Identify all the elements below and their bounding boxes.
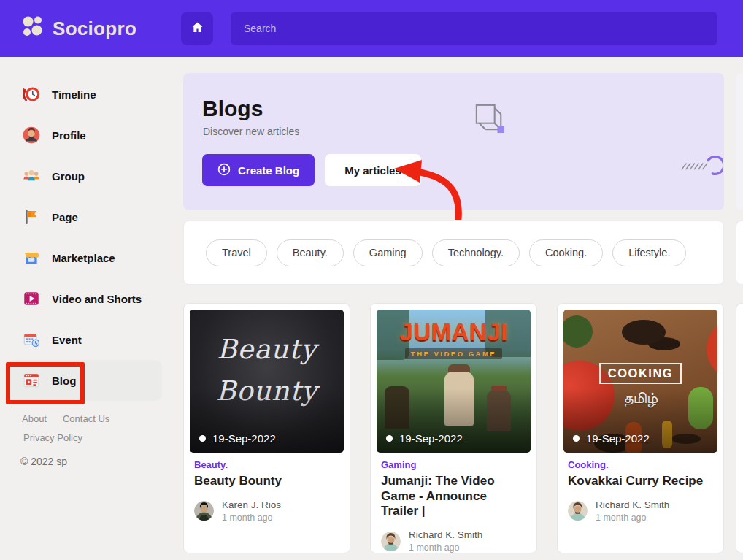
my-articles-button[interactable]: My articles	[325, 154, 421, 186]
home-icon	[190, 20, 204, 37]
cube-decoration-icon	[474, 103, 505, 137]
sidebar-item-blog[interactable]: Blog	[7, 360, 162, 401]
brand-name: Sociopro	[53, 18, 136, 40]
sidebar-item-label: Marketplace	[52, 252, 115, 264]
about-link[interactable]: About	[22, 413, 47, 424]
dot-icon	[386, 435, 393, 442]
blog-card-author-row: Karen J. Rios 1 month ago	[194, 499, 344, 523]
create-blog-label: Create Blog	[238, 164, 299, 177]
search-input[interactable]	[231, 12, 717, 45]
privacy-policy-link[interactable]: Privacy Policy	[23, 432, 82, 443]
blogs-hero-panel: Blogs Discover new articles Create Blog …	[183, 73, 724, 210]
blog-card-title[interactable]: Jumanji: The Video Game - Announce Trail…	[381, 474, 526, 519]
post-time: 1 month ago	[222, 513, 281, 523]
blog-card-jumanji-the-video-game-announce-trailer[interactable]: JUMANJI THE VIDEO GAME 19-Sep-2022 Gamin…	[370, 303, 537, 553]
home-button[interactable]	[181, 12, 213, 45]
sidebar: Timeline Profile Group Page Marketplace …	[0, 57, 181, 560]
category-filter-bar: TravelBeauty.GamingTechnology.Cooking.Li…	[183, 220, 724, 285]
squiggle-decoration-icon	[680, 148, 723, 182]
offscreen-panel-sliver	[736, 73, 743, 210]
sidebar-item-group[interactable]: Group	[0, 156, 181, 196]
history-clock-icon	[22, 85, 41, 104]
profile-avatar-icon	[22, 126, 41, 145]
category-pill-gaming[interactable]: Gaming	[353, 239, 423, 266]
blog-card-author-row: Richard K. Smith 1 month ago	[381, 529, 531, 553]
storefront-icon	[22, 248, 41, 267]
blog-card-author-row: Richard K. Smith 1 month ago	[568, 499, 717, 523]
page-subtitle: Discover new articles	[203, 126, 724, 137]
blog-card-kovakkai-curry-recipe[interactable]: COOKING தமிழ் 19-Sep-2022 Cooking. Kovak…	[557, 303, 724, 553]
calendar-icon	[22, 330, 41, 349]
sidebar-item-profile[interactable]: Profile	[0, 115, 181, 156]
flag-icon	[22, 207, 41, 226]
video-icon	[22, 289, 41, 308]
sidebar-item-label: Blog	[52, 375, 76, 387]
author-avatar-karen-j-rios[interactable]	[194, 501, 214, 521]
offscreen-panel-sliver	[736, 220, 743, 285]
blog-card-image: COOKING தமிழ் 19-Sep-2022	[563, 310, 717, 453]
sidebar-nav: Timeline Profile Group Page Marketplace …	[0, 57, 181, 401]
category-pill-technology[interactable]: Technology.	[432, 239, 520, 266]
blog-card-date-badge: 19-Sep-2022	[199, 432, 276, 445]
blog-card-beauty-bounty[interactable]: Beauty Bounty 19-Sep-2022 Beauty. Beauty…	[183, 303, 350, 553]
sidebar-item-event[interactable]: Event	[0, 319, 181, 360]
blog-icon	[22, 371, 41, 390]
author-name[interactable]: Richard K. Smith	[596, 499, 669, 510]
category-pill-lifestyle[interactable]: Lifestyle.	[612, 239, 686, 266]
sidebar-item-label: Event	[52, 334, 82, 346]
blog-card-date-badge: 19-Sep-2022	[573, 432, 650, 445]
post-time: 1 month ago	[596, 513, 669, 523]
sidebar-item-marketplace[interactable]: Marketplace	[0, 237, 181, 278]
blog-card-image: JUMANJI THE VIDEO GAME 19-Sep-2022	[377, 310, 531, 453]
image-caption-text: JUMANJI THE VIDEO GAME	[377, 318, 531, 359]
sidebar-item-label: Timeline	[52, 88, 96, 101]
blog-card-date: 19-Sep-2022	[586, 432, 650, 445]
sociopro-logo-icon	[20, 15, 45, 42]
blog-card-category[interactable]: Cooking.	[568, 459, 717, 470]
hero-actions: Create Blog My articles	[202, 154, 724, 186]
copyright-text: © 2022 sp	[20, 456, 67, 467]
create-blog-button[interactable]: Create Blog	[202, 154, 315, 186]
contact-us-link[interactable]: Contact Us	[63, 413, 109, 424]
blog-card-date: 19-Sep-2022	[399, 432, 463, 445]
sidebar-item-label: Group	[52, 170, 85, 183]
offscreen-panel-sliver	[736, 303, 743, 553]
dot-icon	[573, 435, 580, 442]
blog-card-title[interactable]: Kovakkai Curry Recipe	[568, 474, 713, 489]
top-navbar: Sociopro	[0, 0, 743, 57]
category-pill-beauty[interactable]: Beauty.	[277, 239, 344, 266]
sidebar-item-label: Video and Shorts	[52, 293, 142, 305]
brand-logo[interactable]: Sociopro	[0, 15, 181, 42]
blog-card-date-badge: 19-Sep-2022	[386, 432, 463, 445]
dot-icon	[199, 435, 206, 442]
sidebar-item-label: Profile	[52, 129, 86, 142]
sidebar-item-timeline[interactable]: Timeline	[0, 74, 181, 115]
group-icon	[22, 166, 41, 185]
plus-circle-icon	[217, 163, 231, 178]
blog-card-image: Beauty Bounty 19-Sep-2022	[190, 310, 344, 453]
sidebar-item-label: Page	[52, 211, 78, 223]
post-time: 1 month ago	[409, 542, 482, 553]
sociopro-blog-page: Sociopro Timeline Profile Group Page Mar…	[0, 0, 743, 560]
sidebar-footer-links: About Contact Us	[22, 413, 109, 424]
search-bar	[231, 12, 717, 45]
blog-card-category[interactable]: Beauty.	[194, 459, 344, 470]
blog-card-title[interactable]: Beauty Bounty	[194, 474, 339, 489]
sidebar-item-video-and-shorts[interactable]: Video and Shorts	[0, 278, 181, 319]
author-avatar-richard-k-smith[interactable]	[568, 501, 588, 521]
author-avatar-richard-k-smith[interactable]	[381, 532, 401, 551]
sidebar-item-page[interactable]: Page	[0, 196, 181, 237]
page-title: Blogs	[183, 73, 724, 121]
blog-card-date: 19-Sep-2022	[212, 432, 276, 445]
category-pill-travel[interactable]: Travel	[206, 239, 267, 266]
author-name[interactable]: Richard K. Smith	[409, 529, 482, 540]
image-decoration	[622, 320, 666, 345]
author-name[interactable]: Karen J. Rios	[222, 499, 281, 510]
blog-card-category[interactable]: Gaming	[381, 459, 531, 470]
category-pill-cooking[interactable]: Cooking.	[529, 239, 603, 266]
blog-card-grid: Beauty Bounty 19-Sep-2022 Beauty. Beauty…	[183, 303, 724, 553]
